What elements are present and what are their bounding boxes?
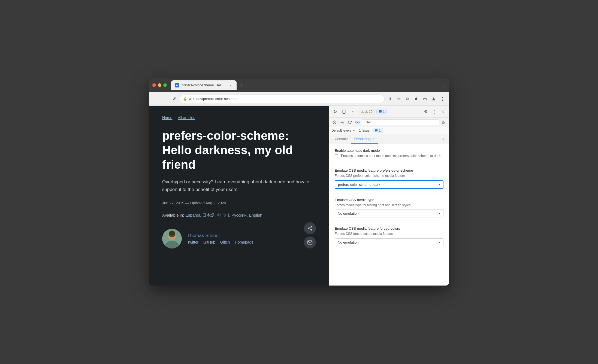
devtools-more-options-button[interactable]: ⋮ <box>430 108 438 116</box>
article-description: Overhyped or necessity? Learn everything… <box>162 178 316 193</box>
console-extra-settings[interactable] <box>441 119 447 125</box>
console-top-label: Top <box>354 120 360 124</box>
avatar-image <box>162 229 182 248</box>
device-emulation-button[interactable] <box>340 108 348 116</box>
default-levels-label[interactable]: Default levels <box>331 129 351 132</box>
rendering-section-forced-colors: Emulate CSS media feature forced-colors … <box>329 222 449 251</box>
url-display: web.dev/prefers-color-scheme/ <box>189 97 381 101</box>
rendering-tab-close[interactable]: × <box>373 137 374 141</box>
rendering-section-prefers-color: Emulate CSS media feature prefers-color-… <box>329 164 449 193</box>
address-bar: ← → ↺ 🔒 web.dev/prefers-color-scheme/ ⬆ … <box>149 92 449 106</box>
prefers-color-desc: Forces CSS prefers-color-scheme media fe… <box>335 174 443 178</box>
default-levels-row: Default levels ▾ 1 Issue: 1 <box>329 127 449 134</box>
prefers-color-title: Emulate CSS media feature prefers-color-… <box>335 168 443 172</box>
window-dropdown-button[interactable]: ⌄ <box>442 83 446 88</box>
devtools-tabs: Console Rendering × × <box>329 134 449 144</box>
devtools-toggle-icon[interactable]: ▭ <box>421 95 429 103</box>
tab-close-button[interactable]: × <box>228 83 233 87</box>
lock-icon: 🔒 <box>183 97 187 101</box>
more-tabs-button[interactable]: » <box>349 108 357 116</box>
maximize-window-button[interactable] <box>163 83 167 87</box>
author-links: Twitter GitHub Glitch Homepage <box>187 240 253 244</box>
new-tab-button[interactable]: + <box>238 81 245 89</box>
refresh-console-button[interactable] <box>347 119 353 125</box>
media-type-desc: Forces media type for testing print and … <box>335 203 443 208</box>
clear-console-button[interactable] <box>331 119 337 125</box>
tab-rendering[interactable]: Rendering × <box>351 135 378 144</box>
author-homepage-link[interactable]: Homepage <box>235 240 254 244</box>
article-date: Jun 27, 2019 — Updated Aug 2, 2020 <box>162 201 316 205</box>
email-button[interactable] <box>304 236 316 248</box>
media-type-dropdown[interactable]: No emulation ▾ <box>335 210 443 217</box>
svg-line-14 <box>333 121 336 123</box>
breadcrumb-all-articles[interactable]: All articles <box>178 116 195 120</box>
warning-badge[interactable]: ⚠ ⚠ 10 <box>359 109 375 114</box>
main-area: Home › All articles prefers-color-scheme… <box>149 106 449 286</box>
media-type-title: Emulate CSS media type <box>335 198 443 202</box>
reload-button[interactable]: ↺ <box>170 95 178 103</box>
console-filter-input[interactable] <box>361 119 439 125</box>
devtools-main-toolbar: » ⚠ ⚠ 10 1 ⚙ ⋮ × <box>329 106 449 118</box>
rendering-section-auto-dark: Enable automatic dark mode Enables autom… <box>329 144 449 164</box>
prefers-color-dropdown-value: prefers-color-scheme: dark <box>338 183 380 187</box>
prefers-color-dropdown[interactable]: prefers-color-scheme: dark ▾ <box>335 180 443 189</box>
forward-button[interactable]: → <box>161 95 169 103</box>
bookmark-icon[interactable]: ☆ <box>395 95 403 103</box>
lighthouse-icon[interactable] <box>412 95 420 103</box>
auto-dark-title: Enable automatic dark mode <box>335 148 443 153</box>
issue-label: 1 Issue: <box>359 129 370 132</box>
media-type-dropdown-arrow: ▾ <box>439 212 440 215</box>
browser-tab[interactable]: w prefers-color-scheme: Hello d... × <box>171 80 237 90</box>
devtools-panel: » ⚠ ⚠ 10 1 ⚙ ⋮ × <box>329 106 449 286</box>
lang-english[interactable]: English <box>249 213 262 217</box>
author-github-link[interactable]: GitHub <box>203 240 215 244</box>
tab-area: w prefers-color-scheme: Hello d... × + <box>171 80 440 90</box>
issue-badge-count: 1 <box>379 129 381 132</box>
svg-line-8 <box>309 229 311 229</box>
article-title: prefers-color-scheme: Hello darkness, my… <box>162 129 316 172</box>
forced-colors-desc: Forces CSS forced-colors media feature <box>335 232 443 236</box>
extensions-icon[interactable]: ⧉ <box>404 95 411 103</box>
auto-dark-checkbox[interactable] <box>335 154 338 158</box>
breadcrumb-home[interactable]: Home <box>162 116 172 120</box>
author-twitter-link[interactable]: Twitter <box>187 240 198 244</box>
console-settings-button[interactable] <box>339 119 345 125</box>
lang-korean[interactable]: 한국어 <box>217 213 229 217</box>
title-bar: w prefers-color-scheme: Hello d... × + ⌄ <box>149 78 449 92</box>
author-name[interactable]: Thomas Steiner <box>187 233 253 238</box>
svg-point-0 <box>433 97 434 99</box>
tab-console[interactable]: Console <box>331 135 351 144</box>
svg-point-15 <box>342 122 343 123</box>
lang-espanol[interactable]: Español <box>185 213 200 217</box>
available-in-section: Available in: Español, 日本語, 한국어, Русский… <box>162 213 316 218</box>
traffic-lights <box>152 83 167 87</box>
svg-rect-18 <box>442 123 443 124</box>
svg-rect-17 <box>444 121 445 122</box>
minimize-window-button[interactable] <box>158 83 161 87</box>
available-in-label: Available in: <box>162 213 184 217</box>
issue-badge[interactable]: 1 <box>373 128 383 133</box>
author-glitch-link[interactable]: Glitch <box>220 240 230 244</box>
back-button[interactable]: ← <box>152 95 159 103</box>
issues-count: 1 <box>383 110 385 114</box>
prefers-color-dropdown-arrow: ▾ <box>439 183 440 186</box>
close-window-button[interactable] <box>152 83 156 87</box>
address-input[interactable]: 🔒 web.dev/prefers-color-scheme/ <box>180 95 385 103</box>
forced-colors-dropdown[interactable]: No emulation ▾ <box>335 238 443 246</box>
devtools-settings-button[interactable]: ⚙ <box>422 108 429 116</box>
devtools-close-button[interactable]: × <box>439 108 447 116</box>
share-icon[interactable]: ⬆ <box>386 95 394 103</box>
close-devtools-drawer-button[interactable]: × <box>440 136 447 142</box>
author-avatar <box>162 229 182 248</box>
inspect-element-button[interactable] <box>331 108 339 116</box>
lang-japanese[interactable]: 日本語 <box>202 213 215 217</box>
breadcrumb: Home › All articles <box>162 116 316 120</box>
issues-badge[interactable]: 1 <box>376 109 387 114</box>
svg-point-6 <box>308 227 309 229</box>
lang-russian[interactable]: Русский <box>231 213 247 217</box>
author-info: Thomas Steiner Twitter GitHub Glitch Hom… <box>187 233 253 244</box>
svg-rect-11 <box>343 110 345 113</box>
share-button[interactable] <box>304 222 316 234</box>
profile-icon[interactable] <box>430 95 437 103</box>
menu-button[interactable]: ⋮ <box>439 95 446 103</box>
